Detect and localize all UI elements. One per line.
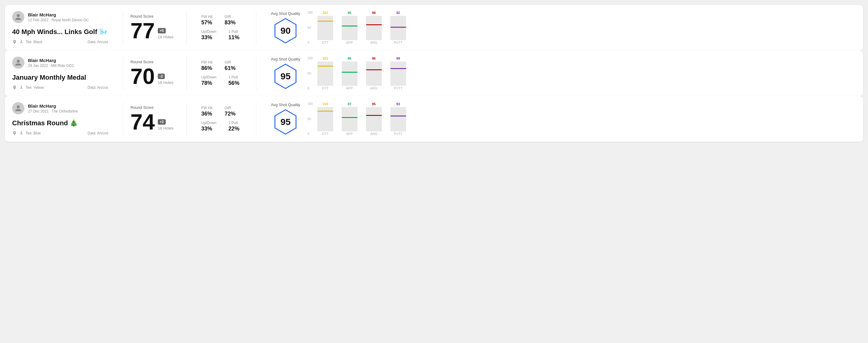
player-name: Blair McHarg xyxy=(28,58,74,63)
bar-chart-wrapper: 100500107OTT95APP98ARG82PUTT xyxy=(306,11,406,44)
round-score-label: Round Score xyxy=(130,60,179,64)
one-putt-stat: 1 Putt11% xyxy=(228,30,239,41)
stats-row-2: Up/Down33%1 Putt11% xyxy=(201,30,241,41)
gir-stat: GIR83% xyxy=(225,14,236,26)
score-diff-badge: +5 xyxy=(158,28,166,33)
stats-section: FW Hit86%GIR61%Up/Down78%1 Putt56% xyxy=(194,57,249,90)
tee-icon xyxy=(19,39,24,44)
bar-line-putt xyxy=(391,68,406,69)
axis-label-arg: ARG xyxy=(366,86,382,90)
bar-wrap-ott xyxy=(317,107,333,131)
tee-label: Tee: Black xyxy=(26,40,42,44)
gir-label: GIR xyxy=(225,14,236,19)
y-axis: 100500 xyxy=(308,102,313,136)
quality-hex: Avg Shot Quality95 xyxy=(271,57,300,90)
data-source: Data: Arccos xyxy=(88,40,108,44)
score-number: 77 xyxy=(130,20,155,42)
bar-fill-app xyxy=(342,26,358,40)
round-title: Christmas Round 🎄 xyxy=(12,119,108,127)
score-badge-column: -218 Holes xyxy=(158,73,173,87)
bar-fill-ott xyxy=(317,21,333,40)
bar-wrap-putt xyxy=(391,16,406,40)
up-down-stat: Up/Down78% xyxy=(201,75,216,86)
bar-col-putt: 99PUTT xyxy=(391,57,406,90)
score-number: 70 xyxy=(130,65,155,87)
tee-row: Tee: Yellow Data: Arccos xyxy=(12,85,108,90)
round-card: Blair McHarg29 Jan 2022 · Mill Ride GCCJ… xyxy=(5,51,863,96)
bar-col-ott: 101OTT xyxy=(317,57,333,90)
score-section: Round Score77+518 Holes xyxy=(130,11,179,44)
axis-label-putt: PUTT xyxy=(391,86,406,90)
stats-row-2: Up/Down78%1 Putt56% xyxy=(201,75,241,86)
quality-hex: Avg Shot Quality95 xyxy=(271,102,300,136)
bar-value-ott: 107 xyxy=(322,11,328,14)
player-name: Blair McHarg xyxy=(28,12,89,17)
bar-col-arg: 95ARG xyxy=(366,102,382,136)
gir-stat: GIR72% xyxy=(225,106,236,117)
y-axis: 100500 xyxy=(308,57,313,90)
axis-label-arg: ARG xyxy=(366,132,382,136)
bar-chart-wrapper: 100500110OTT87APP95ARG93PUTT xyxy=(306,102,406,136)
one-putt-label: 1 Putt xyxy=(228,75,239,80)
bar-wrap-app xyxy=(342,107,358,131)
axis-label-arg: ARG xyxy=(366,41,382,44)
fw-hit-label: FW Hit xyxy=(201,106,213,110)
axis-label-app: APP xyxy=(342,132,358,136)
bar-col-app: 95APP xyxy=(342,11,358,44)
svg-rect-3 xyxy=(20,88,23,89)
bar-wrap-arg xyxy=(366,16,382,40)
score-main-row: 74+218 Holes xyxy=(130,111,179,133)
score-section: Round Score74+218 Holes xyxy=(130,102,179,136)
svg-rect-1 xyxy=(20,42,23,43)
bars-area: 100500101OTT86APP96ARG99PUTT xyxy=(317,57,406,90)
axis-label-putt: PUTT xyxy=(391,41,406,44)
stats-row-1: FW Hit57%GIR83% xyxy=(201,14,241,26)
holes-label: 18 Holes xyxy=(158,35,173,39)
tee-row: Tee: Black Data: Arccos xyxy=(12,39,108,44)
stats-row-2: Up/Down33%1 Putt22% xyxy=(201,121,241,132)
player-row: Blair McHarg27 Dec 2021 · The Oxfordshir… xyxy=(12,102,108,114)
bar-wrap-arg xyxy=(366,107,382,131)
bar-value-arg: 95 xyxy=(372,102,375,106)
up-down-label: Up/Down xyxy=(201,121,216,125)
bar-wrap-putt xyxy=(391,61,406,86)
one-putt-value: 11% xyxy=(228,34,239,41)
hex-score: 90 xyxy=(281,26,291,36)
bar-col-arg: 98ARG xyxy=(366,11,382,44)
round-score-label: Round Score xyxy=(130,14,179,19)
bar-line-app xyxy=(342,26,358,27)
bar-value-app: 86 xyxy=(347,57,351,60)
bar-fill-putt xyxy=(391,68,406,86)
tee-icon xyxy=(19,131,24,136)
svg-rect-5 xyxy=(20,133,23,134)
holes-label: 18 Holes xyxy=(158,126,173,130)
gir-value: 61% xyxy=(225,65,236,71)
bar-line-app xyxy=(342,72,358,73)
tee-row: Tee: Blue Data: Arccos xyxy=(12,131,108,136)
hex-score: 95 xyxy=(281,71,291,82)
bar-fill-arg xyxy=(366,115,382,131)
bars-area: 100500110OTT87APP95ARG93PUTT xyxy=(317,102,406,136)
fw-hit-label: FW Hit xyxy=(201,60,213,64)
avg-shot-quality-label: Avg Shot Quality xyxy=(271,11,300,16)
avatar xyxy=(12,102,24,114)
bar-value-ott: 110 xyxy=(322,102,328,106)
tee-icon xyxy=(19,85,24,90)
round-card: Blair McHarg12 Feb 2022 · Royal North De… xyxy=(5,5,863,51)
fw-hit-label: FW Hit xyxy=(201,14,213,19)
y-axis: 100500 xyxy=(308,11,313,44)
weather-icon xyxy=(12,131,17,136)
gir-stat: GIR61% xyxy=(225,60,236,71)
axis-label-app: APP xyxy=(342,86,358,90)
bar-col-putt: 82PUTT xyxy=(391,11,406,44)
bar-value-app: 95 xyxy=(347,11,351,14)
card-left-section: Blair McHarg27 Dec 2021 · The Oxfordshir… xyxy=(12,102,116,136)
data-source: Data: Arccos xyxy=(88,86,108,90)
round-score-label: Round Score xyxy=(130,105,179,110)
bar-wrap-ott xyxy=(317,61,333,86)
bar-value-putt: 99 xyxy=(396,57,400,60)
one-putt-value: 22% xyxy=(228,126,239,132)
bar-fill-app xyxy=(342,117,358,131)
hex-container: 90 xyxy=(272,17,299,44)
up-down-label: Up/Down xyxy=(201,30,216,34)
